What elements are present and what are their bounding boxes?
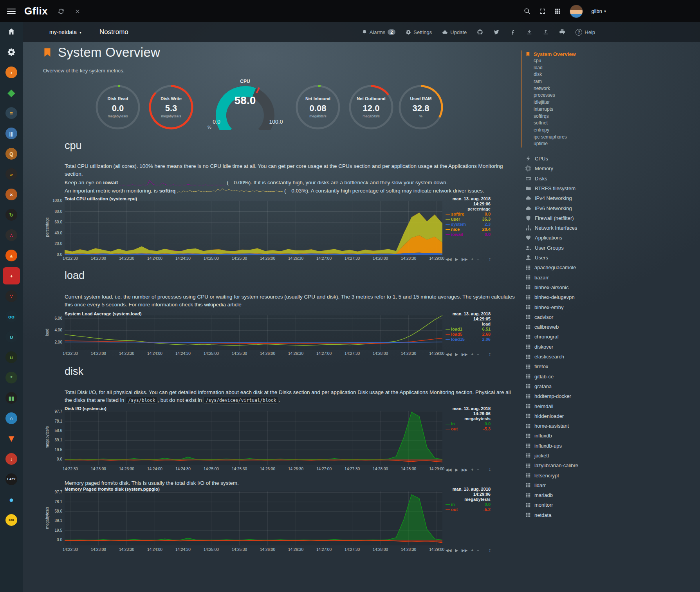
sidebar-app-dots-pink-icon[interactable]: ∴ <box>3 227 20 244</box>
menu-item-btrfs-filesystem[interactable]: BTRFS filesystem <box>521 184 697 193</box>
menu-subitem-interrupts[interactable]: interrupts <box>525 106 697 113</box>
sidebar-app-chevron-icon[interactable]: › <box>3 64 20 81</box>
sidebar-app-sync-icon[interactable]: ↻ <box>3 206 20 223</box>
chart-zoom-in-icon[interactable]: + <box>471 352 473 356</box>
menu-item-jackett[interactable]: jackett <box>521 451 697 461</box>
chart-pan-right-icon[interactable]: ▶▶ <box>462 352 467 356</box>
sidebar-app-drop-icon[interactable]: ● <box>3 491 20 508</box>
menu-subitem-network[interactable]: network <box>525 85 697 92</box>
sidebar-app-house-icon[interactable]: ⌂ <box>3 410 20 427</box>
sidebar-app-plex-icon[interactable]: » <box>3 166 20 183</box>
gauge-disk-write[interactable]: Disk Write5.3megabytes/s <box>148 84 195 131</box>
refresh-icon[interactable] <box>58 8 64 14</box>
legend-iowait[interactable]: — iowait0.0 <box>446 232 491 237</box>
menu-item-user-groups[interactable]: User Groups <box>521 243 697 253</box>
legend-load15[interactable]: — load152.06 <box>446 337 491 342</box>
menu-item-chronograf[interactable]: chronograf <box>521 332 697 342</box>
sidebar-app-oo-icon[interactable]: oo <box>3 308 20 325</box>
menu-item-monitorr[interactable]: monitorr <box>521 500 697 510</box>
hamburger-menu-icon[interactable] <box>7 7 16 16</box>
menu-item-firefox[interactable]: firefox <box>521 362 697 371</box>
gauge-used-ram[interactable]: Used RAM32.8% <box>397 84 444 131</box>
menu-item-ipv4-networking[interactable]: IPv4 Networking <box>521 193 697 203</box>
apps-grid-icon[interactable] <box>554 8 561 14</box>
gauge-disk-read[interactable]: Disk Read0.0megabytes/s <box>94 84 141 131</box>
menu-subitem-load[interactable]: load <box>525 65 697 72</box>
chart-pan-right-icon[interactable]: ▶▶ <box>462 257 467 261</box>
menu-item-letsencrypt[interactable]: letsencrypt <box>521 470 697 480</box>
chart-pan-right-icon[interactable]: ▶▶ <box>462 548 467 552</box>
import-icon[interactable] <box>526 29 532 35</box>
menu-item-mariadb[interactable]: mariadb <box>521 490 697 500</box>
menu-subitem-entropy[interactable]: entropy <box>525 127 697 134</box>
chart-play-icon[interactable]: ▶ <box>455 468 458 472</box>
menu-item-binhex-airsonic[interactable]: binhex-airsonic <box>521 283 697 292</box>
menu-item-elasticsearch[interactable]: elasticsearch <box>521 352 697 362</box>
menu-item-applications[interactable]: Applications <box>521 233 697 243</box>
sidebar-app-soundbars-icon[interactable]: ||| <box>3 125 20 142</box>
github-icon[interactable] <box>477 29 483 35</box>
sidebar-app-down-icon[interactable]: ↓ <box>3 450 20 468</box>
menu-item-influxdb-ups[interactable]: influxdb-ups <box>521 441 697 451</box>
sidebar-settings-icon[interactable] <box>3 43 20 61</box>
chart-pan-right-icon[interactable]: ▶▶ <box>462 468 467 472</box>
sidebar-app-search-icon[interactable]: Q <box>3 145 20 162</box>
menu-item-apacheguacamole[interactable]: apacheguacamole <box>521 263 697 272</box>
chart-zoom-out-icon[interactable]: − <box>477 468 479 472</box>
menu-subitem-cpu[interactable]: cpu <box>525 58 697 65</box>
alarms-button[interactable]: Alarms 2 <box>362 29 396 35</box>
menu-item-heimdall[interactable]: heimdall <box>521 401 697 411</box>
menu-item-grafana[interactable]: grafana <box>521 381 697 391</box>
menu-item-influxdb[interactable]: influxdb <box>521 431 697 441</box>
sidebar-app-leaf-icon[interactable]: * <box>3 369 20 386</box>
wikipedia-link[interactable]: wikipedia article <box>204 302 241 308</box>
menu-item-cpus[interactable]: CPUs <box>521 154 697 164</box>
legend-user[interactable]: — user35.3 <box>446 217 491 222</box>
update-button[interactable]: Update <box>442 29 467 35</box>
legend-nice[interactable]: — nice20.4 <box>446 227 491 232</box>
chart-system.load[interactable] <box>65 315 442 350</box>
sidebar-app-fox-icon[interactable]: ▼ <box>3 430 20 447</box>
menu-subitem-disk[interactable]: disk <box>525 71 697 78</box>
chart-pan-left-icon[interactable]: ◀◀ <box>446 352 451 356</box>
legend-load1[interactable]: — load16.51 <box>446 327 491 332</box>
menu-subitem-idlejitter[interactable]: idlejitter <box>525 99 697 106</box>
sidebar-app-u-icon[interactable]: u <box>3 349 20 366</box>
chart-resize-handle[interactable]: ↕ <box>489 547 491 553</box>
legend-load5[interactable]: — load52.68 <box>446 332 491 337</box>
menu-item-lidarr[interactable]: lidarr <box>521 480 697 490</box>
menu-item-ipv6-networking[interactable]: IPv6 Networking <box>521 203 697 213</box>
legend-out[interactable]: — out-5.2 <box>446 507 491 512</box>
menu-item-cadvisor[interactable]: cadvisor <box>521 312 697 322</box>
chart-zoom-out-icon[interactable]: − <box>477 352 479 356</box>
menu-item-netdata[interactable]: netdata <box>521 510 697 520</box>
menu-item-bazarr[interactable]: bazarr <box>521 273 697 283</box>
legend-out[interactable]: — out-5.3 <box>446 426 491 432</box>
help-button[interactable]: ? Help <box>576 29 595 36</box>
gauge-cpu[interactable]: CPU58.00.0100.0% <box>203 77 287 130</box>
settings-button[interactable]: Settings <box>406 29 432 35</box>
user-avatar[interactable] <box>570 5 583 18</box>
menu-item-binhex-delugevpn[interactable]: binhex-delugevpn <box>521 292 697 302</box>
twitter-icon[interactable] <box>493 29 500 35</box>
menu-item-disks[interactable]: Disks <box>521 174 697 184</box>
print-icon[interactable] <box>559 29 565 35</box>
chart-play-icon[interactable]: ▶ <box>455 548 458 552</box>
sidebar-app-dots-red-icon[interactable]: ∵ <box>3 288 20 305</box>
gauge-net-outbound[interactable]: Net Outbound12.0megabits/s <box>348 84 395 131</box>
menu-subitem-uptime[interactable]: uptime <box>525 140 697 148</box>
menu-item-system-overview[interactable]: System Overview <box>525 50 697 58</box>
chart-system.io[interactable] <box>65 411 442 465</box>
server-dropdown[interactable]: my-netdata▾ <box>49 29 81 35</box>
sidebar-app-lazy-icon[interactable]: LAZY <box>3 471 20 488</box>
sidebar-app-flame-icon[interactable]: ▲ <box>3 247 20 264</box>
menu-item-home-assistant[interactable]: home-assistant <box>521 421 697 431</box>
menu-item-hiddenloader[interactable]: hiddenloader <box>521 411 697 421</box>
chart-pan-left-icon[interactable]: ◀◀ <box>446 257 451 261</box>
sidebar-home-icon[interactable] <box>3 23 20 40</box>
legend-softirq[interactable]: — softirq0.0 <box>446 212 491 217</box>
chart-pan-left-icon[interactable]: ◀◀ <box>446 468 451 472</box>
gauge-net-inbound[interactable]: Net Inbound0.08megabits/s <box>294 84 341 131</box>
sidebar-app-stack-icon[interactable]: ≡ <box>3 104 20 122</box>
menu-item-hddtemp-docker[interactable]: hddtemp-docker <box>521 391 697 401</box>
